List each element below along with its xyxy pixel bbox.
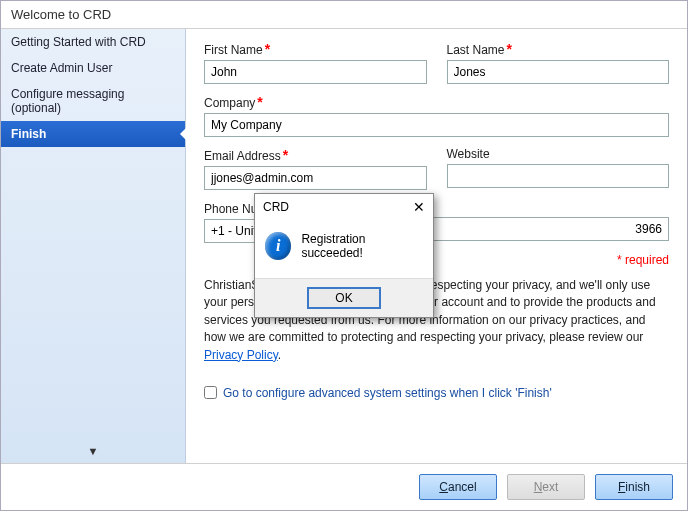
- wizard-sidebar: Getting Started with CRD Create Admin Us…: [1, 29, 186, 463]
- cancel-button[interactable]: Cancel: [419, 474, 497, 500]
- required-asterisk: *: [507, 41, 512, 57]
- wizard-footer: Cancel Next Finish: [1, 463, 687, 510]
- dialog-message: Registration succeeded!: [301, 232, 423, 260]
- company-label: Company: [204, 96, 255, 110]
- dialog-title: CRD: [263, 200, 289, 214]
- last-name-label: Last Name: [447, 43, 505, 57]
- required-asterisk: *: [265, 41, 270, 57]
- website-label: Website: [447, 147, 670, 161]
- advanced-settings-checkbox[interactable]: [204, 386, 217, 399]
- advanced-settings-label: Go to configure advanced system settings…: [223, 386, 552, 400]
- email-label: Email Address: [204, 149, 281, 163]
- finish-button[interactable]: Finish: [595, 474, 673, 500]
- wizard-window: Welcome to CRD Getting Started with CRD …: [0, 0, 688, 511]
- sidebar-item-create-admin[interactable]: Create Admin User: [1, 55, 185, 81]
- info-icon: i: [265, 232, 291, 260]
- next-button: Next: [507, 474, 585, 500]
- sidebar-item-getting-started[interactable]: Getting Started with CRD: [1, 29, 185, 55]
- last-name-field[interactable]: [447, 60, 670, 84]
- email-field[interactable]: [204, 166, 427, 190]
- close-icon[interactable]: ✕: [413, 200, 425, 214]
- company-field[interactable]: [204, 113, 669, 137]
- required-asterisk: *: [257, 94, 262, 110]
- sidebar-scroll-down-icon[interactable]: ▼: [1, 439, 185, 463]
- required-asterisk: *: [283, 147, 288, 163]
- ok-button[interactable]: OK: [307, 287, 381, 309]
- first-name-label: First Name: [204, 43, 263, 57]
- privacy-policy-link[interactable]: Privacy Policy: [204, 348, 278, 362]
- registration-dialog: CRD ✕ i Registration succeeded! OK: [254, 193, 434, 318]
- first-name-field[interactable]: [204, 60, 427, 84]
- sidebar-item-finish[interactable]: Finish: [1, 121, 185, 147]
- window-title: Welcome to CRD: [1, 1, 687, 29]
- website-field[interactable]: [447, 164, 670, 188]
- sidebar-item-configure-messaging[interactable]: Configure messaging (optional): [1, 81, 185, 121]
